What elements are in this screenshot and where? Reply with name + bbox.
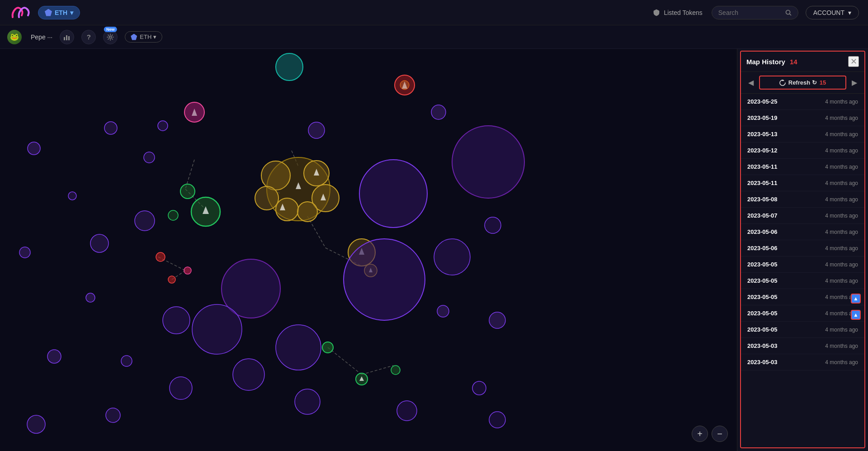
svg-point-64 bbox=[184, 267, 191, 274]
history-item[interactable]: 2023-05-054 months ago▲16 bbox=[741, 289, 864, 305]
svg-point-65 bbox=[168, 276, 175, 283]
svg-point-29 bbox=[297, 202, 317, 222]
history-item[interactable]: 2023-05-034 months ago bbox=[741, 338, 864, 354]
svg-point-51 bbox=[19, 247, 30, 258]
history-date: 2023-05-03 bbox=[747, 342, 825, 349]
svg-point-57 bbox=[158, 121, 168, 131]
map-history-header: Map History 14 ✕ bbox=[741, 52, 864, 72]
help-icon-button[interactable]: ? bbox=[81, 30, 96, 44]
svg-rect-2 bbox=[64, 37, 65, 40]
history-ago: 4 months ago bbox=[825, 213, 858, 219]
svg-point-74 bbox=[472, 381, 486, 395]
history-item[interactable]: 2023-05-114 months ago bbox=[741, 159, 864, 175]
svg-point-73 bbox=[397, 401, 417, 421]
zoom-in-button[interactable]: + bbox=[692, 426, 708, 442]
eth-network-button[interactable]: ETH ▾ bbox=[38, 6, 80, 19]
history-ago: 4 months ago bbox=[825, 99, 858, 105]
history-date: 2023-05-06 bbox=[747, 228, 825, 235]
history-item[interactable]: 2023-05-064 months ago bbox=[741, 240, 864, 256]
svg-point-76 bbox=[106, 408, 120, 423]
svg-point-27 bbox=[255, 186, 278, 210]
svg-point-0 bbox=[786, 10, 790, 14]
scroll-up-button-2[interactable]: ▲ bbox=[851, 310, 861, 320]
history-date: 2023-05-06 bbox=[747, 245, 825, 252]
logo-icon bbox=[9, 5, 31, 21]
listed-tokens-link[interactable]: Listed Tokens bbox=[653, 9, 702, 16]
map-history-title: Map History 14 bbox=[746, 58, 844, 66]
svg-point-75 bbox=[489, 412, 505, 428]
svg-point-77 bbox=[27, 415, 45, 433]
account-button[interactable]: ACCOUNT ▾ bbox=[806, 6, 859, 19]
question-icon: ? bbox=[87, 33, 91, 41]
right-panel: ≡ Wallets List Map History 14 ✕ ◀ Refres… bbox=[737, 25, 868, 451]
history-date: 2023-05-07 bbox=[747, 212, 825, 219]
svg-point-63 bbox=[156, 252, 165, 261]
svg-point-71 bbox=[170, 377, 192, 399]
search-box[interactable] bbox=[712, 6, 798, 19]
next-arrow-button[interactable]: ▶ bbox=[848, 76, 861, 89]
svg-point-37 bbox=[168, 210, 178, 220]
history-item[interactable]: 2023-05-134 months ago bbox=[741, 126, 864, 142]
history-date: 2023-05-13 bbox=[747, 131, 825, 138]
svg-point-59 bbox=[163, 307, 190, 334]
svg-point-66 bbox=[322, 342, 333, 353]
history-ago: 4 months ago bbox=[825, 359, 858, 366]
top-navigation: ETH ▾ Listed Tokens ACCOUNT ▾ bbox=[0, 0, 868, 25]
history-item[interactable]: 2023-05-054 months ago▲ bbox=[741, 305, 864, 322]
scroll-up-button[interactable]: ▲ bbox=[851, 294, 861, 304]
history-date: 2023-05-08 bbox=[747, 196, 825, 203]
search-input[interactable] bbox=[718, 9, 782, 16]
history-item[interactable]: 2023-05-124 months ago bbox=[741, 142, 864, 159]
history-item[interactable]: 2023-05-074 months ago bbox=[741, 208, 864, 224]
svg-point-22 bbox=[431, 105, 446, 119]
history-date: 2023-05-25 bbox=[747, 98, 825, 105]
svg-point-28 bbox=[276, 198, 298, 221]
history-ago: 4 months ago bbox=[825, 115, 858, 121]
refresh-button[interactable]: Refresh ↻ 15 bbox=[759, 76, 846, 90]
zoom-out-button[interactable]: − bbox=[712, 426, 728, 442]
history-item[interactable]: 2023-05-054 months ago bbox=[741, 273, 864, 289]
eth-small-button[interactable]: ETH ▾ bbox=[125, 31, 162, 43]
svg-point-62 bbox=[135, 211, 155, 231]
svg-point-58 bbox=[68, 192, 76, 200]
account-dropdown-arrow: ▾ bbox=[848, 9, 851, 16]
history-item[interactable]: 2023-05-054 months ago bbox=[741, 256, 864, 273]
chart-icon-button[interactable] bbox=[60, 30, 74, 44]
history-date: 2023-05-05 bbox=[747, 310, 825, 317]
svg-point-24 bbox=[261, 161, 290, 190]
zoom-controls: + − bbox=[692, 426, 728, 442]
svg-point-45 bbox=[192, 304, 242, 354]
svg-line-14 bbox=[328, 347, 362, 375]
svg-line-15 bbox=[362, 366, 393, 375]
settings-icon-button[interactable]: New bbox=[103, 30, 118, 44]
history-item[interactable]: 2023-05-254 months ago bbox=[741, 94, 864, 110]
history-item[interactable]: 2023-05-034 months ago bbox=[741, 354, 864, 370]
history-list[interactable]: 2023-05-254 months ago2023-05-194 months… bbox=[741, 94, 864, 447]
svg-point-69 bbox=[391, 366, 400, 375]
svg-point-54 bbox=[121, 356, 132, 366]
history-date: 2023-05-03 bbox=[747, 359, 825, 366]
history-ago: 4 months ago bbox=[825, 278, 858, 284]
svg-point-60 bbox=[308, 122, 325, 138]
svg-point-19 bbox=[144, 152, 155, 163]
history-item[interactable]: 2023-05-194 months ago bbox=[741, 110, 864, 126]
history-item[interactable]: 2023-05-054 months ago bbox=[741, 322, 864, 338]
svg-rect-3 bbox=[66, 35, 67, 40]
prev-arrow-button[interactable]: ◀ bbox=[745, 76, 757, 89]
history-item[interactable]: 2023-05-064 months ago bbox=[741, 224, 864, 240]
history-item[interactable]: 2023-05-084 months ago bbox=[741, 191, 864, 208]
history-ago: 4 months ago bbox=[825, 229, 858, 235]
history-item[interactable]: 2023-05-114 months ago bbox=[741, 175, 864, 191]
svg-point-49 bbox=[452, 126, 524, 198]
close-button[interactable]: ✕ bbox=[848, 56, 859, 67]
listed-tokens-label: Listed Tokens bbox=[664, 9, 702, 16]
wallet-name-label: Pepe ··· bbox=[31, 33, 52, 41]
map-area[interactable] bbox=[0, 49, 737, 451]
history-ago: 4 months ago bbox=[825, 164, 858, 170]
eth-small-icon bbox=[131, 34, 137, 40]
history-ago: 4 months ago bbox=[825, 327, 858, 333]
history-date: 2023-05-05 bbox=[747, 326, 825, 333]
secondary-navigation: 🐸 Pepe ··· ? New ETH ▾ bbox=[0, 25, 868, 49]
history-date: 2023-05-11 bbox=[747, 163, 825, 170]
eth-small-label: ETH ▾ bbox=[140, 33, 156, 40]
